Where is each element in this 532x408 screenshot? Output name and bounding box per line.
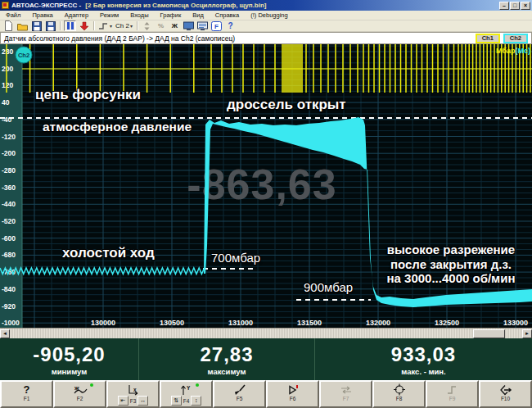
fn-panel-button[interactable]: F (210, 20, 223, 31)
fkey-sub-button-right[interactable]: ↔ (138, 396, 148, 406)
fkey-button-f1[interactable]: ?F1 (0, 380, 53, 408)
fkey-button-f6[interactable]: F6 (266, 380, 319, 408)
fkey-label: F1 (24, 396, 30, 401)
active-indicator-dot (196, 383, 199, 387)
fkey-label: F4 (183, 398, 190, 404)
function-key-bar: ?F1жF2x⇤F3↔Y⇅F4↕F5F6F7F8F9F10 (0, 380, 532, 408)
scroll-right-button[interactable]: ► (522, 329, 532, 338)
title-bar: АВТОАС-ЭКСПРЕСС - [2 Бар конверсия из Са… (0, 0, 532, 11)
scrollbar-thumb[interactable] (473, 329, 505, 338)
help-button[interactable]: ? (224, 20, 237, 31)
x-axis-scale-icon: x (127, 383, 140, 396)
save-as-button[interactable] (44, 20, 56, 31)
vertical-fit-button[interactable] (141, 20, 153, 31)
channel-select-dropdown[interactable]: Ch 2▾ (115, 20, 133, 31)
fkey-button-f4[interactable]: Y⇅F4↕ (160, 380, 213, 408)
pause-button[interactable] (64, 20, 76, 31)
measurement-stats-panel: -905,20минимум27,83максимум933,03макс. -… (0, 338, 532, 380)
fkey-sub-button-left[interactable]: ⇤ (118, 396, 128, 406)
fkey-label: F10 (501, 396, 510, 401)
toolbar-separator (60, 21, 61, 30)
svg-text:x: x (133, 387, 137, 392)
play-record-icon (286, 383, 300, 396)
y-tick-label: -840 (2, 285, 16, 293)
stat-value: 933,03 (391, 343, 456, 366)
plot-svg[interactable]: 28020012040-40-120-200-280-360-440-520-6… (0, 44, 532, 328)
menu-item[interactable]: Правка (26, 11, 58, 20)
axis-units-label: Мбар(Мс) (496, 47, 530, 55)
scroll-left-button[interactable]: ◄ (0, 329, 10, 338)
document-title: [2 Бар конверсия из Самописца Осциллогра… (85, 2, 266, 9)
channel-badge-label: Ch2 (18, 52, 29, 59)
menu-item[interactable]: Файл (0, 11, 26, 20)
fkey-sub-button-right[interactable]: ↕ (191, 396, 201, 406)
stat-максмин: 933,03макс. - мин. (315, 338, 532, 380)
stat-label: максимум (207, 367, 246, 376)
menu-item[interactable]: Справка (210, 11, 245, 20)
fkey-button-f10[interactable]: F10 (479, 380, 532, 408)
y-tick-label: -440 (2, 200, 16, 208)
y-tick-label: 280 (2, 48, 13, 56)
menu-item[interactable]: (!) Debugging (245, 11, 293, 20)
minimize-button[interactable]: – (499, 2, 509, 10)
svg-text:Y: Y (187, 385, 191, 391)
stat-минимум: -905,20минимум (0, 338, 139, 380)
app-icon (2, 2, 9, 9)
stat-value: -905,20 (33, 343, 105, 366)
stat-value: 27,83 (200, 343, 253, 366)
fkey-button-f8[interactable]: F8 (372, 380, 426, 408)
x-tick-label: 133000 (503, 319, 528, 327)
swap-arrows-icon (340, 383, 353, 396)
signal-description: Датчик абсолютного давления (ДАД 2 БАР) … (4, 34, 235, 43)
horizontal-scrollbar[interactable]: ◄ ► (0, 328, 532, 338)
fkey-button-f5[interactable]: F5 (213, 380, 266, 408)
signal-info-bar: Датчик абсолютного давления (ДАД 2 БАР) … (0, 32, 532, 44)
stat-label: макс. - мин. (401, 367, 445, 376)
menu-bar: ФайлПравкаАдаптерРежимВходыГрафикВидСпра… (0, 11, 532, 20)
fkey-label: F3 (130, 398, 137, 404)
exit-icon (498, 383, 512, 396)
open-file-button[interactable] (16, 20, 29, 31)
y-tick-label: -920 (2, 302, 16, 311)
y-tick-label: 40 (2, 98, 10, 107)
x-tick-label: 131500 (297, 319, 322, 327)
menu-item[interactable]: Входы (124, 11, 154, 20)
x-tick-label: 131000 (228, 319, 253, 327)
svg-text:F: F (214, 23, 219, 30)
x-tick-label: 130000 (91, 319, 115, 327)
trigger-edge-button[interactable]: ▾ (97, 20, 113, 31)
cursor-readout-value: -863,63 (187, 161, 336, 208)
y-axis-scale-icon: Y (180, 383, 193, 396)
display-grid-button[interactable] (196, 20, 209, 31)
fkey-label: F9 (449, 396, 456, 401)
main-toolbar: ▾Ch 2▾%ЖF? (0, 20, 532, 32)
y-tick-label: 200 (2, 65, 13, 73)
display-mode-button[interactable] (183, 20, 195, 31)
close-button[interactable]: × (521, 2, 530, 10)
fkey-sub-button-left[interactable]: ⇅ (171, 396, 182, 406)
save-button[interactable] (30, 20, 43, 31)
percent-button[interactable]: % (155, 20, 167, 31)
channel-2-button[interactable]: Ch2 (503, 34, 528, 43)
fkey-label: F8 (396, 396, 403, 401)
crosshair-icon (393, 383, 406, 396)
menu-item[interactable]: Режим (94, 11, 124, 20)
maximize-button[interactable]: □ (510, 2, 520, 10)
y-tick-label: -40 (2, 116, 12, 124)
record-button[interactable] (78, 20, 90, 31)
fkey-label: F7 (343, 396, 349, 401)
menu-item[interactable]: Вид (187, 11, 210, 20)
channel-1-button[interactable]: Ch1 (476, 34, 500, 43)
menu-item[interactable]: График (155, 11, 187, 20)
fkey-button-f3[interactable]: x⇤F3↔ (106, 380, 160, 408)
toolbar-separator (93, 21, 94, 30)
window-title: АВТОАС-ЭКСПРЕСС - [2 Бар конверсия из Са… (11, 2, 267, 9)
help-icon: ? (24, 383, 30, 396)
fkey-button-f2[interactable]: жF2 (53, 380, 106, 408)
y-tick-label: -520 (2, 217, 16, 225)
marker-bold-button[interactable]: Ж (169, 20, 181, 31)
oscilloscope-plot[interactable]: 28020012040-40-120-200-280-360-440-520-6… (0, 44, 532, 328)
new-file-button[interactable] (2, 20, 15, 31)
menu-item[interactable]: Адаптер (59, 11, 94, 20)
x-tick-label: 130500 (160, 319, 184, 327)
